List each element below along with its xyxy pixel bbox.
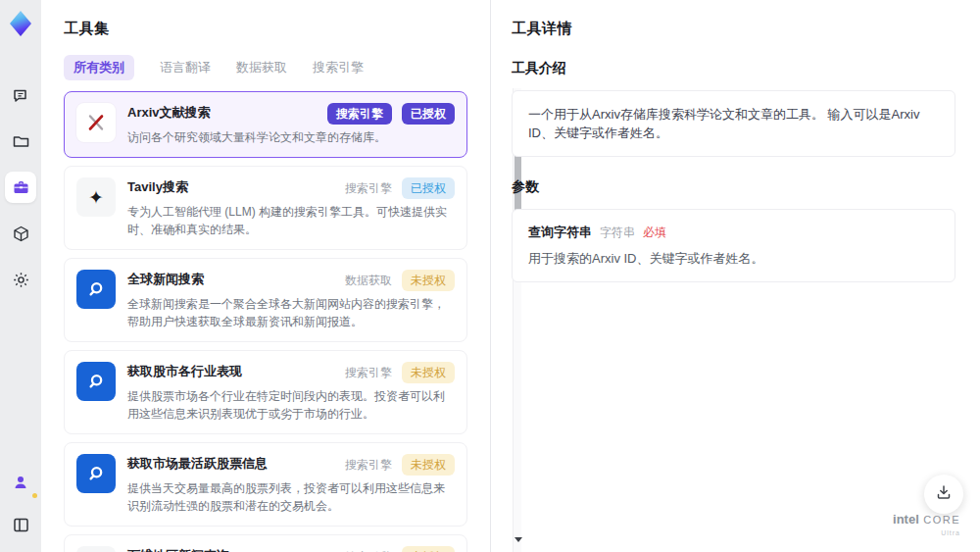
category-label: 数据获取 [345, 270, 392, 291]
sidebar-bottom [5, 467, 36, 540]
tool-title: Arxiv文献搜索 [127, 103, 211, 121]
auth-badge: 已授权 [402, 103, 455, 125]
category-label: 搜索引擎 [345, 362, 392, 383]
param-description: 用于搜索的Arxiv ID、关键字或作者姓名。 [528, 250, 939, 268]
tool-description: 提供股票市场各个行业在特定时间段内的表现。投资者可以利用这些信息来识别表现优于或… [127, 387, 455, 423]
category-tabs: 所有类别 语言翻译 数据获取 搜索引擎 [64, 55, 474, 80]
intro-box: 一个用于从Arxiv存储库搜索科学论文和文章的工具。 输入可以是Arxiv ID… [512, 90, 956, 157]
intel-core-logo: intel CORE Ultra [893, 513, 960, 538]
sidebar-item-settings[interactable] [5, 264, 36, 295]
tool-card-regional-news[interactable]: 万维地区新闻查询 搜索引擎 未授权 查询具体行政区划内的新闻，快速了解各地新闻动 [64, 534, 467, 552]
tool-title: 获取市场最活跃股票信息 [127, 454, 268, 472]
sidebar-item-files[interactable] [5, 125, 36, 157]
sidebar-item-account[interactable] [5, 467, 36, 498]
tavily-star-icon: ✦ [76, 177, 116, 217]
download-icon [935, 483, 953, 505]
chat-icon [12, 86, 30, 105]
tool-card-sector-performance[interactable]: 获取股市各行业表现 搜索引擎 未授权 提供股票市场各个行业在特定时间段内的表现。… [64, 350, 467, 434]
search-app-icon [76, 270, 116, 309]
sidebar [0, 0, 41, 552]
arxiv-icon [76, 103, 116, 142]
auth-badge: 未授权 [402, 546, 455, 552]
tool-detail-panel: 工具详情 工具介绍 一个用于从Arxiv存储库搜索科学论文和文章的工具。 输入可… [490, 0, 980, 552]
newspaper-icon [76, 546, 116, 552]
tool-description: 全球新闻搜索是一个聚合全球各大新闻网站内容的搜索引擎，帮助用户快速获取全球最新资… [127, 295, 455, 330]
intro-text: 一个用于从Arxiv存储库搜索科学论文和文章的工具。 输入可以是Arxiv ID… [528, 105, 939, 142]
search-app-icon [76, 454, 116, 493]
tab-search-engine[interactable]: 搜索引擎 [313, 59, 364, 76]
param-name: 查询字符串 [528, 224, 592, 241]
auth-badge: 未授权 [402, 362, 455, 383]
auth-badge: 未授权 [402, 270, 455, 291]
tool-title: 万维地区新闻查询 [127, 546, 229, 552]
sidebar-item-toolbox[interactable] [5, 172, 36, 203]
tool-title: 获取股市各行业表现 [127, 362, 242, 379]
tool-title: 全球新闻搜索 [127, 270, 204, 287]
category-badge: 搜索引擎 [327, 103, 392, 125]
folder-icon [12, 132, 30, 151]
layout-columns-icon [12, 516, 30, 534]
sidebar-nav [5, 79, 36, 295]
category-label: 搜索引擎 [345, 454, 392, 476]
intro-heading: 工具介绍 [512, 60, 956, 77]
tool-title: Tavily搜索 [127, 177, 188, 195]
category-label: 搜索引擎 [345, 177, 392, 199]
sidebar-item-chat[interactable] [5, 79, 36, 111]
tool-card-tavily[interactable]: ✦ Tavily搜索 搜索引擎 已授权 专为人工智能代理 (LLM) 构建的搜索… [64, 166, 467, 250]
user-status-dot [32, 493, 37, 498]
param-box: 查询字符串 字符串 必填 用于搜索的Arxiv ID、关键字或作者姓名。 [512, 209, 956, 282]
tool-description: 专为人工智能代理 (LLM) 构建的搜索引擎工具。可快速提供实时、准确和真实的结… [127, 203, 455, 238]
gear-icon [12, 271, 30, 289]
tool-card-list: Arxiv文献搜索 搜索引擎 已授权 访问各个研究领域大量科学论文和文章的存储库… [64, 91, 467, 552]
sidebar-item-collapse[interactable] [5, 509, 36, 540]
app-logo-icon [6, 9, 35, 38]
search-app-icon [76, 362, 116, 401]
detail-title: 工具详情 [512, 20, 956, 38]
tool-card-arxiv[interactable]: Arxiv文献搜索 搜索引擎 已授权 访问各个研究领域大量科学论文和文章的存储库… [64, 91, 467, 158]
tool-description: 提供当天交易量最高的股票列表，投资者可以利用这些信息来识别流动性强的股票和潜在的… [127, 479, 455, 515]
category-label: 搜索引擎 [345, 546, 392, 552]
tool-card-active-stocks[interactable]: 获取市场最活跃股票信息 搜索引擎 未授权 提供当天交易量最高的股票列表，投资者可… [64, 442, 467, 527]
tool-description: 访问各个研究领域大量科学论文和文章的存储库。 [127, 128, 455, 146]
auth-badge: 未授权 [402, 454, 455, 476]
app-window: 工具集 所有类别 语言翻译 数据获取 搜索引擎 Arxiv文献搜索 搜索引擎 已… [0, 0, 980, 552]
param-required-badge: 必填 [643, 225, 666, 241]
tool-card-global-news[interactable]: 全球新闻搜索 数据获取 未授权 全球新闻搜索是一个聚合全球各大新闻网站内容的搜索… [64, 258, 467, 342]
user-icon [12, 474, 29, 491]
tool-list-panel: 工具集 所有类别 语言翻译 数据获取 搜索引擎 Arxiv文献搜索 搜索引擎 已… [41, 0, 490, 552]
page-title: 工具集 [64, 20, 474, 38]
tab-all-categories[interactable]: 所有类别 [64, 55, 134, 80]
tab-language-translation[interactable]: 语言翻译 [160, 59, 211, 76]
auth-badge: 已授权 [402, 177, 455, 199]
tab-data-fetch[interactable]: 数据获取 [236, 59, 287, 76]
cube-icon [12, 225, 30, 243]
params-heading: 参数 [512, 178, 956, 196]
param-type: 字符串 [600, 225, 635, 241]
sidebar-item-models[interactable] [5, 218, 36, 249]
download-button[interactable] [924, 475, 963, 514]
briefcase-icon [12, 178, 30, 197]
